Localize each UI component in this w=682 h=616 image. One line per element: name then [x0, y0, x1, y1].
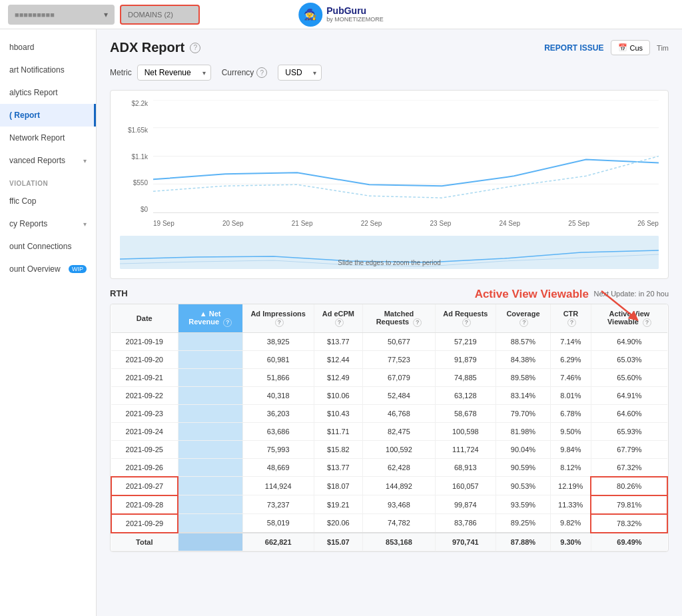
cell-active-view: 78.32%: [591, 514, 667, 533]
customize-button[interactable]: 📅 Cus: [611, 40, 651, 55]
sidebar-item-analytics-report[interactable]: alytics Report: [0, 81, 96, 104]
total-coverage: 87.88%: [496, 533, 551, 551]
data-table: Date ▲ Net Revenue ? Ad Impressions ?: [111, 304, 668, 551]
y-label-2: $1.1k: [132, 153, 148, 160]
dashboard-label: hboard: [9, 43, 34, 52]
sidebar-item-traffic-cop[interactable]: ffic Cop: [0, 190, 96, 212]
cell-active-view: 67.79%: [591, 440, 667, 458]
sidebar-item-smart-notifications[interactable]: art Notifications: [0, 59, 96, 81]
cell-ctr: 11.33%: [550, 495, 591, 514]
publisher-dropdown[interactable]: ■■■■■■■■■ ▾: [8, 5, 115, 25]
x-label-6: 25 Sep: [568, 220, 589, 233]
report-issue-button[interactable]: REPORT ISSUE: [544, 43, 603, 53]
coverage-info-icon[interactable]: ?: [519, 318, 528, 327]
cell-ctr: 7.14%: [550, 332, 591, 350]
th-ad-ecpm: Ad eCPM ?: [314, 304, 363, 332]
table-row: 2021-09-28 73,237 $19.21 93,468 99,874 9…: [111, 495, 667, 514]
cell-active-view: 79.81%: [591, 495, 667, 514]
th-coverage: Coverage ?: [496, 304, 551, 332]
cell-ad-impressions: 75,993: [242, 440, 314, 458]
domains-dropdown[interactable]: DOMAINS (2): [120, 5, 200, 25]
currency-help-icon[interactable]: ?: [256, 67, 267, 78]
cell-ad-requests: 83,786: [435, 514, 496, 533]
x-label-1: 20 Sep: [222, 220, 244, 233]
th-ad-requests: Ad Requests ?: [435, 304, 496, 332]
domains-label: DOMAINS (2): [128, 11, 173, 19]
chart-plot: [153, 100, 659, 213]
cell-date: 2021-09-23: [111, 404, 178, 422]
cell-ad-requests: 57,219: [435, 332, 496, 350]
cell-date: 2021-09-21: [111, 368, 178, 386]
cell-net-revenue: [178, 514, 242, 533]
cell-matched-requests: 100,592: [363, 440, 435, 458]
logo-text-block: PubGuru by MONETIZEMORE: [326, 6, 384, 23]
cell-matched-requests: 52,484: [363, 386, 435, 404]
custom-btn-label: Cus: [630, 44, 643, 52]
network-label: Network Report: [9, 133, 65, 143]
sidebar-item-account-overview[interactable]: ount Overview WIP: [0, 258, 96, 280]
chevron-icon: ▾: [83, 157, 87, 164]
x-label-2: 21 Sep: [292, 220, 313, 233]
help-icon[interactable]: ?: [190, 43, 200, 53]
cell-net-revenue: [178, 350, 242, 368]
logo-sub: by MONETIZEMORE: [326, 16, 384, 23]
cell-ad-ecpm: $11.71: [314, 422, 363, 440]
th-ad-impressions: Ad Impressions ?: [242, 304, 314, 332]
cell-ad-requests: 99,874: [435, 495, 496, 514]
publisher-chevron: ▾: [104, 10, 108, 19]
cell-ad-impressions: 114,924: [242, 477, 314, 495]
sidebar-item-network-report[interactable]: Network Report: [0, 127, 96, 149]
cell-ad-ecpm: $13.77: [314, 458, 363, 477]
top-bar: ■■■■■■■■■ ▾ DOMAINS (2) 🧙 PubGuru by MON…: [0, 0, 682, 29]
cell-ad-ecpm: $12.44: [314, 350, 363, 368]
cell-ad-impressions: 58,019: [242, 514, 314, 533]
sidebar-item-policy-reports[interactable]: cy Reports ▾: [0, 212, 96, 235]
cell-net-revenue: [178, 386, 242, 404]
metric-select[interactable]: Net Revenue: [137, 65, 211, 81]
mini-chart[interactable]: Slide the edges to zoom the period: [120, 236, 659, 269]
metric-label: Metric: [110, 68, 132, 77]
ad-requests-info-icon[interactable]: ?: [462, 318, 471, 327]
cell-coverage: 89.58%: [496, 368, 551, 386]
cell-ad-ecpm: $10.06: [314, 386, 363, 404]
sidebar-item-adx-report[interactable]: ( Report: [0, 104, 96, 127]
chart-xaxis: 19 Sep 20 Sep 21 Sep 22 Sep 23 Sep 24 Se…: [153, 220, 659, 233]
th-matched-requests: Matched Requests ?: [363, 304, 435, 332]
pubguru-icon: 🧙: [298, 3, 322, 27]
ad-ecpm-info-icon[interactable]: ?: [335, 318, 344, 327]
currency-select[interactable]: USD: [278, 65, 322, 81]
metric-select-wrapper: Net Revenue: [137, 65, 211, 81]
x-label-7: 26 Sep: [637, 220, 659, 233]
cell-ad-ecpm: $13.77: [314, 332, 363, 350]
sidebar: hboard art Notifications alytics Report …: [0, 29, 97, 616]
cell-ad-impressions: 48,669: [242, 458, 314, 477]
total-ad-ecpm: $15.07: [314, 533, 363, 551]
cell-ad-impressions: 51,866: [242, 368, 314, 386]
ad-impressions-info-icon[interactable]: ?: [275, 318, 284, 327]
net-revenue-info-icon[interactable]: ?: [223, 318, 232, 327]
cell-net-revenue: [178, 332, 242, 350]
page-title: ADX Report: [110, 40, 184, 55]
logo-center: 🧙 PubGuru by MONETIZEMORE: [298, 3, 384, 27]
table-row: 2021-09-25 75,993 $15.82 100,592 111,724…: [111, 440, 667, 458]
logo-name: PubGuru: [326, 6, 384, 16]
policy-chevron-icon: ▾: [83, 220, 87, 228]
th-net-revenue: ▲ Net Revenue ?: [178, 304, 242, 332]
cell-net-revenue: [178, 477, 242, 495]
y-label-0: $2.2k: [132, 100, 148, 107]
sidebar-item-account-connections[interactable]: ount Connections: [0, 235, 96, 258]
currency-select-wrapper: USD: [278, 65, 322, 81]
cell-ad-impressions: 38,925: [242, 332, 314, 350]
active-view-info-icon[interactable]: ?: [643, 318, 651, 327]
cell-active-view: 67.32%: [591, 458, 667, 477]
y-label-3: $550: [133, 179, 148, 186]
total-net-revenue: [178, 533, 242, 551]
matched-requests-info-icon[interactable]: ?: [413, 318, 422, 327]
ctr-info-icon[interactable]: ?: [567, 318, 576, 327]
next-update-text: Next Update: in 20 hou: [593, 290, 669, 298]
th-date: Date: [111, 304, 178, 332]
data-table-wrapper: Date ▲ Net Revenue ? Ad Impressions ?: [110, 304, 669, 552]
sidebar-item-dashboard[interactable]: hboard: [0, 36, 96, 59]
sidebar-item-advanced-reports[interactable]: vanced Reports ▾: [0, 149, 96, 172]
x-label-0: 19 Sep: [153, 220, 174, 233]
